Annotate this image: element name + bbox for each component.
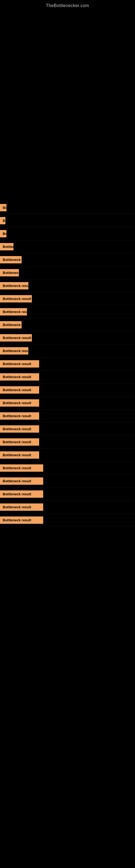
table-row: Bottleneck result: [0, 358, 135, 371]
result-badge-6[interactable]: Bottleneck result: [0, 269, 19, 276]
result-badge-10[interactable]: Bottleneck result: [0, 321, 21, 329]
bottleneck-results-section: Bottleneck result Bottleneck result Bott…: [0, 196, 135, 532]
result-badge-23[interactable]: Bottleneck result: [0, 490, 43, 498]
chart-area: [0, 11, 135, 196]
table-row: Bottleneck result: [0, 227, 135, 240]
table-row: Bottleneck result: [0, 514, 135, 527]
table-row: Bottleneck result: [0, 279, 135, 292]
table-row: Bottleneck result: [0, 475, 135, 488]
table-row: Bottleneck result: [0, 305, 135, 318]
result-badge-19[interactable]: Bottleneck result: [0, 438, 39, 446]
result-badge-14[interactable]: Bottleneck result: [0, 373, 39, 380]
result-badge-25[interactable]: Bottleneck result: [0, 517, 43, 524]
result-badge-4[interactable]: Bottleneck result: [0, 243, 13, 250]
table-row: Bottleneck result: [0, 501, 135, 514]
table-row: Bottleneck result: [0, 436, 135, 448]
table-row: Bottleneck result: [0, 383, 135, 397]
result-badge-16[interactable]: Bottleneck result: [0, 399, 39, 407]
result-badge-5[interactable]: Bottleneck result: [0, 256, 21, 264]
result-badge-9[interactable]: Bottleneck result: [0, 308, 27, 315]
table-row: Bottleneck result: [0, 410, 135, 423]
result-badge-15[interactable]: Bottleneck result: [0, 386, 39, 394]
result-badge-21[interactable]: Bottleneck result: [0, 464, 43, 472]
table-row: Bottleneck result: [0, 201, 135, 214]
table-row: Bottleneck result: [0, 332, 135, 344]
table-row: Bottleneck result: [0, 318, 135, 332]
table-row: Bottleneck result: [0, 462, 135, 475]
table-row: Bottleneck result: [0, 253, 135, 267]
table-row: Bottleneck result: [0, 488, 135, 501]
result-badge-3[interactable]: Bottleneck result: [0, 230, 6, 237]
table-row: Bottleneck result: [0, 423, 135, 436]
table-row: Bottleneck result: [0, 344, 135, 358]
table-row: Bottleneck result: [0, 240, 135, 253]
result-badge-18[interactable]: Bottleneck result: [0, 425, 39, 433]
table-row: Bottleneck result: [0, 397, 135, 410]
result-badge-8[interactable]: Bottleneck result: [0, 295, 32, 303]
table-row: Bottleneck result: [0, 448, 135, 462]
result-badge-1[interactable]: Bottleneck result: [0, 204, 6, 211]
result-badge-2[interactable]: Bottleneck result: [0, 217, 5, 224]
table-row: Bottleneck result: [0, 292, 135, 305]
site-title: TheBottlenecker.com: [0, 0, 135, 11]
result-badge-22[interactable]: Bottleneck result: [0, 477, 43, 485]
table-row: Bottleneck result: [0, 371, 135, 383]
table-row: Bottleneck result: [0, 214, 135, 227]
result-badge-20[interactable]: Bottleneck result: [0, 452, 39, 459]
result-badge-13[interactable]: Bottleneck result: [0, 360, 39, 368]
result-badge-17[interactable]: Bottleneck result: [0, 412, 39, 420]
result-badge-7[interactable]: Bottleneck result: [0, 282, 28, 289]
result-badge-11[interactable]: Bottleneck result: [0, 334, 32, 341]
table-row: Bottleneck result: [0, 267, 135, 279]
result-badge-24[interactable]: Bottleneck result: [0, 503, 43, 511]
result-badge-12[interactable]: Bottleneck result: [0, 347, 28, 354]
